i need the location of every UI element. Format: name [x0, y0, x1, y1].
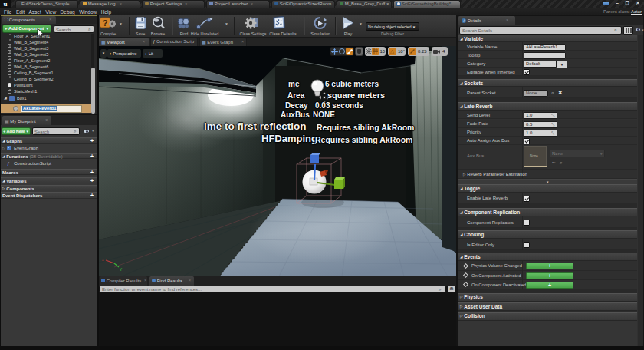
svg-text:?: ?	[103, 18, 108, 28]
